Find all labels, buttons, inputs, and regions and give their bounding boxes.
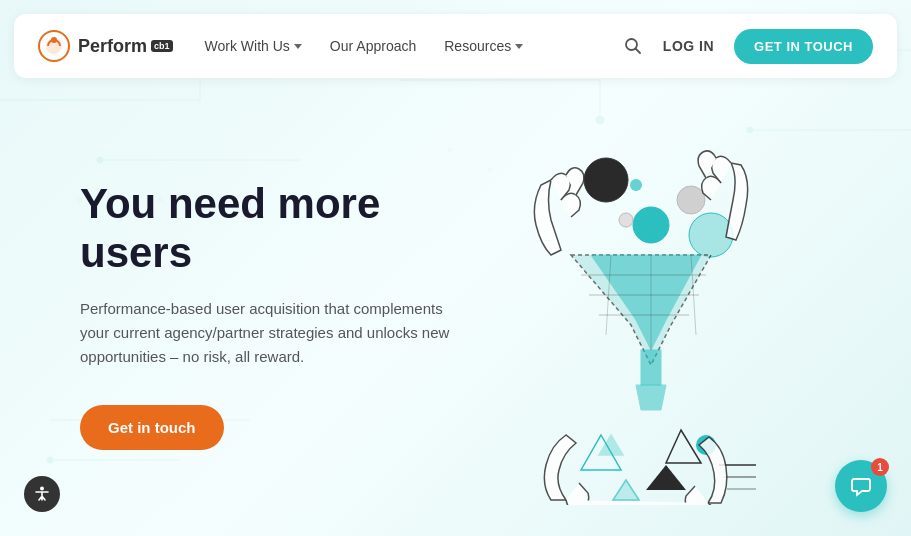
nav-right: LOG IN GET IN TOUCH [623, 29, 873, 64]
hero-title: You need more users [80, 180, 451, 277]
chat-button[interactable]: 1 [835, 460, 887, 512]
svg-point-47 [40, 487, 44, 491]
login-button[interactable]: LOG IN [663, 38, 714, 54]
hero-cta-button[interactable]: Get in touch [80, 405, 224, 450]
search-icon [623, 36, 643, 56]
nav-left: Performcb1 Work With Us Our Approach Res… [38, 30, 523, 62]
hero-subtitle: Performance-based user acquisition that … [80, 297, 451, 369]
svg-rect-31 [641, 350, 661, 385]
nav-our-approach-label: Our Approach [330, 38, 416, 54]
nav-resources-label: Resources [444, 38, 511, 54]
accessibility-icon [33, 485, 51, 503]
accessibility-button[interactable] [24, 476, 60, 512]
get-in-touch-button[interactable]: GET IN TOUCH [734, 29, 873, 64]
navbar: Performcb1 Work With Us Our Approach Res… [14, 14, 897, 78]
svg-marker-40 [666, 430, 701, 463]
chat-icon [850, 475, 872, 497]
chat-badge: 1 [871, 458, 889, 476]
svg-marker-41 [646, 465, 686, 490]
svg-point-29 [619, 213, 633, 227]
hero-content: You need more users Performance-based us… [80, 180, 451, 450]
funnel-illustration [451, 125, 831, 505]
logo[interactable]: Performcb1 [38, 30, 173, 62]
brand-badge: cb1 [151, 40, 173, 52]
chevron-down-icon [515, 44, 523, 49]
nav-resources[interactable]: Resources [444, 38, 523, 54]
hero-section: You need more users Performance-based us… [0, 78, 911, 522]
svg-point-22 [51, 37, 57, 43]
logo-text: Performcb1 [78, 36, 173, 57]
nav-links: Work With Us Our Approach Resources [205, 38, 524, 54]
svg-line-24 [635, 49, 640, 54]
svg-point-25 [584, 158, 628, 202]
logo-icon [38, 30, 70, 62]
nav-our-approach[interactable]: Our Approach [330, 38, 416, 54]
nav-work-with-us-label: Work With Us [205, 38, 290, 54]
page-wrapper: Performcb1 Work With Us Our Approach Res… [0, 0, 911, 536]
search-button[interactable] [623, 36, 643, 56]
hero-illustration [451, 125, 831, 505]
svg-marker-43 [613, 480, 639, 500]
svg-point-26 [633, 207, 669, 243]
svg-point-27 [677, 186, 705, 214]
brand-name: Perform [78, 36, 147, 57]
nav-work-with-us[interactable]: Work With Us [205, 38, 302, 54]
svg-point-30 [630, 179, 642, 191]
chevron-down-icon [294, 44, 302, 49]
